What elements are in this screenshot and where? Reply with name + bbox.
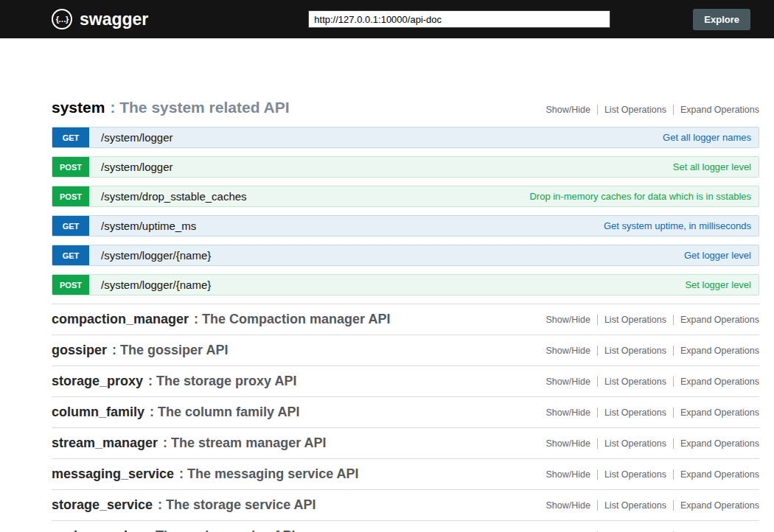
resource-name-link[interactable]: stream_manager	[52, 435, 158, 450]
api-url-input[interactable]	[308, 10, 610, 28]
resource-section-gossiper: gossiper: The gossiper API Show/Hide Lis…	[52, 335, 759, 365]
list-operations-link[interactable]: List Operations	[597, 438, 673, 449]
resource-section-compaction-manager: compaction_manager: The Compaction manag…	[52, 304, 759, 335]
resource-description: : The cache service API	[147, 528, 295, 532]
resource-name-link[interactable]: storage_service	[52, 497, 153, 512]
endpoint-row: POST /system/logger Set all logger level	[52, 156, 759, 178]
resource-description: : The stream manager API	[163, 435, 326, 450]
endpoint-summary-link[interactable]: Get all logger names	[663, 132, 751, 143]
show-hide-link[interactable]: Show/Hide	[539, 500, 596, 511]
endpoint-path-link[interactable]: /system/uptime_ms	[101, 220, 196, 232]
resource-name-link[interactable]: gossiper	[52, 343, 107, 357]
show-hide-link[interactable]: Show/Hide	[539, 315, 596, 325]
endpoint-path-link[interactable]: /system/logger	[101, 131, 173, 144]
resource-name-link[interactable]: cache_service	[52, 528, 142, 532]
expand-operations-link[interactable]: Expand Operations	[673, 469, 759, 480]
method-badge[interactable]: POST	[52, 275, 89, 295]
endpoint-summary-link[interactable]: Get system uptime, in milliseconds	[604, 220, 751, 231]
method-badge[interactable]: GET	[52, 216, 89, 236]
resource-controls: Show/Hide List Operations Expand Operati…	[539, 346, 759, 356]
resource-list: compaction_manager: The Compaction manag…	[52, 304, 759, 532]
resource-section-storage-service: storage_service: The storage service API…	[52, 489, 759, 520]
resource-description: : The storage proxy API	[148, 374, 296, 388]
resource-name-link[interactable]: messaging_service	[52, 466, 174, 481]
resource-description: : The storage service API	[158, 497, 315, 512]
list-operations-link[interactable]: List Operations	[597, 500, 673, 511]
endpoint-row: POST /system/logger/{name} Set logger le…	[52, 274, 759, 295]
method-badge[interactable]: POST	[52, 157, 89, 177]
method-badge[interactable]: POST	[52, 186, 89, 206]
resource-section-storage-proxy: storage_proxy: The storage proxy API Sho…	[52, 365, 759, 396]
section-system-heading: system : The system related API Show/Hid…	[52, 99, 759, 116]
endpoint-summary-link[interactable]: Set all logger level	[673, 161, 751, 172]
explore-button[interactable]: Explore	[693, 9, 750, 30]
method-badge[interactable]: GET	[52, 127, 89, 147]
show-hide-link[interactable]: Show/Hide	[539, 346, 596, 356]
system-endpoint-list: GET /system/logger Get all logger names …	[52, 127, 759, 295]
endpoint-row: POST /system/drop_sstable_caches Drop in…	[52, 186, 759, 207]
show-hide-link[interactable]: Show/Hide	[539, 407, 596, 418]
endpoint-row: GET /system/logger Get all logger names	[52, 127, 759, 148]
resource-description: : The column family API	[150, 405, 299, 419]
resource-name-link[interactable]: storage_proxy	[52, 374, 143, 388]
resource-controls: Show/Hide List Operations Expand Operati…	[539, 377, 759, 387]
header: {…} swagger Explore	[0, 0, 774, 38]
swagger-logo-text: swagger	[80, 10, 148, 29]
section-system-controls: Show/Hide List Operations Expand Operati…	[539, 105, 759, 115]
endpoint-row: GET /system/uptime_ms Get system uptime,…	[52, 215, 759, 237]
expand-operations-link[interactable]: Expand Operations	[673, 346, 759, 356]
resource-controls: Show/Hide List Operations Expand Operati…	[539, 469, 759, 480]
list-operations-link[interactable]: List Operations	[597, 105, 673, 115]
resource-section-messaging-service: messaging_service: The messaging service…	[52, 458, 759, 489]
resource-controls: Show/Hide List Operations Expand Operati…	[539, 407, 759, 418]
endpoint-summary-link[interactable]: Drop in-memory caches for data which is …	[529, 191, 751, 202]
expand-operations-link[interactable]: Expand Operations	[673, 438, 759, 449]
list-operations-link[interactable]: List Operations	[597, 469, 673, 480]
endpoint-summary-link[interactable]: Get logger level	[684, 250, 751, 261]
resource-section-cache-service: cache_service: The cache service API Sho…	[52, 520, 759, 532]
resource-name-link[interactable]: compaction_manager	[52, 312, 189, 326]
swagger-logo-link[interactable]: {…} swagger	[52, 9, 148, 29]
expand-operations-link[interactable]: Expand Operations	[673, 315, 759, 325]
list-operations-link[interactable]: List Operations	[597, 377, 673, 387]
list-operations-link[interactable]: List Operations	[597, 315, 673, 325]
endpoint-path-link[interactable]: /system/logger	[101, 161, 173, 173]
section-system-name-link[interactable]: system	[52, 99, 105, 116]
resource-description: : The Compaction manager API	[194, 312, 390, 326]
method-badge[interactable]: GET	[52, 245, 89, 265]
expand-operations-link[interactable]: Expand Operations	[673, 407, 759, 418]
expand-operations-link[interactable]: Expand Operations	[673, 105, 759, 115]
expand-operations-link[interactable]: Expand Operations	[673, 377, 759, 387]
section-system-description: : The system related API	[110, 99, 289, 116]
resource-controls: Show/Hide List Operations Expand Operati…	[539, 315, 759, 325]
resource-section-column-family: column_family: The column family API Sho…	[52, 396, 759, 427]
expand-operations-link[interactable]: Expand Operations	[673, 500, 759, 511]
endpoint-row: GET /system/logger/{name} Get logger lev…	[52, 245, 759, 266]
list-operations-link[interactable]: List Operations	[597, 407, 673, 418]
resource-description: : The messaging service API	[179, 466, 358, 481]
resource-section-stream-manager: stream_manager: The stream manager API S…	[52, 427, 759, 458]
endpoint-path-link[interactable]: /system/logger/{name}	[101, 249, 211, 262]
resource-controls: Show/Hide List Operations Expand Operati…	[539, 438, 759, 449]
endpoint-path-link[interactable]: /system/logger/{name}	[101, 279, 211, 291]
show-hide-link[interactable]: Show/Hide	[539, 105, 596, 115]
endpoint-summary-link[interactable]: Set logger level	[685, 279, 751, 290]
resource-controls: Show/Hide List Operations Expand Operati…	[539, 500, 759, 511]
endpoint-path-link[interactable]: /system/drop_sstable_caches	[101, 190, 247, 203]
list-operations-link[interactable]: List Operations	[597, 346, 673, 356]
resource-name-link[interactable]: column_family	[52, 405, 144, 419]
swagger-logo-icon: {…}	[52, 9, 72, 29]
api-doc-main: system : The system related API Show/Hid…	[52, 38, 759, 532]
show-hide-link[interactable]: Show/Hide	[539, 469, 596, 480]
show-hide-link[interactable]: Show/Hide	[539, 438, 596, 449]
show-hide-link[interactable]: Show/Hide	[539, 377, 596, 387]
resource-description: : The gossiper API	[112, 343, 228, 357]
